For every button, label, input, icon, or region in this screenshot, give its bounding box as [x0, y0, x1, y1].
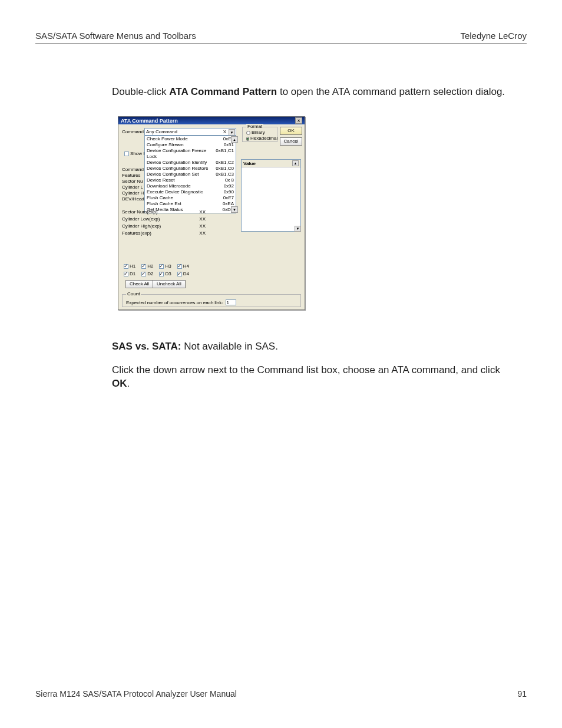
dialog-title: ATA Command Pattern	[121, 118, 178, 124]
dropdown-item[interactable]: Device Configuration Set0xB1,C3	[145, 172, 236, 177]
chk-h1[interactable]: H1	[124, 263, 135, 269]
dropdown-item[interactable]: Device Configuration Freeze Lock0xB1,C1	[145, 148, 236, 160]
page-footer: Sierra M124 SAS/SATA Protocol Analyzer U…	[35, 689, 527, 699]
value-panel: Value ▲ ▼	[241, 159, 301, 232]
check-all-button[interactable]: Check All	[125, 280, 153, 288]
scroll-up-icon[interactable]: ▲	[292, 160, 299, 166]
cancel-button[interactable]: Cancel	[280, 137, 302, 146]
count-fieldset: Count Expected number of occurrences on …	[122, 294, 301, 307]
dialog-titlebar[interactable]: ATA Command Pattern ×	[118, 117, 305, 124]
value-header: Value	[243, 161, 256, 166]
command-combobox[interactable]: Any Command X ▼	[144, 128, 236, 136]
chk-d4[interactable]: D4	[177, 271, 189, 276]
chk-h2[interactable]: H2	[141, 263, 153, 269]
dropdown-item[interactable]: Download Microcode0x92	[145, 183, 236, 189]
page-header: SAS/SATA Software Menus and Toolbars Tel…	[35, 31, 527, 44]
exp-fields: Sector Num(exp)XX Cylinder Low(exp)XX Cy…	[122, 209, 206, 237]
header-right: Teledyne LeCroy	[460, 31, 527, 41]
header-left: SAS/SATA Software Menus and Toolbars	[35, 31, 196, 41]
chk-h4[interactable]: H4	[177, 263, 189, 269]
channel-checkboxes: H1 H2 H3 H4 D1 D2 D3 D4	[124, 263, 189, 276]
command-label: Command:	[122, 129, 145, 134]
instruction-line: Click the down arrow next to the Command…	[112, 364, 505, 391]
dropdown-item[interactable]: Flush Cache Ext0xEA	[145, 201, 236, 207]
dropdown-item[interactable]: Device Configuration Restore0xB1,C0	[145, 166, 236, 172]
count-label: Expected number of occurrences on each l…	[126, 300, 223, 305]
dropdown-item[interactable]: Execute Device Diagnostic0x90	[145, 189, 236, 195]
chk-d2[interactable]: D2	[141, 271, 153, 276]
radio-hex[interactable]: Hexadecimal	[246, 136, 273, 141]
combobox-value: Any Command	[146, 129, 177, 134]
scroll-up-icon[interactable]: ▲	[231, 136, 238, 143]
close-icon[interactable]: ×	[295, 117, 302, 124]
intro-sentence: Double-click ATA Command Pattern to open…	[112, 85, 505, 99]
scroll-down-icon[interactable]: ▼	[295, 226, 301, 232]
uncheck-all-button[interactable]: Uncheck All	[153, 280, 186, 288]
dropdown-item[interactable]: Check Power Mode0xE5	[145, 136, 236, 142]
chk-h3[interactable]: H3	[159, 263, 171, 269]
dropdown-item[interactable]: Device Reset0x 8	[145, 177, 236, 183]
format-fieldset: Format Binary Hexadecimal	[242, 127, 277, 142]
footer-left: Sierra M124 SAS/SATA Protocol Analyzer U…	[35, 689, 237, 699]
dropdown-item[interactable]: Device Configuration Identify0xB1,C2	[145, 160, 236, 166]
scroll-down-icon[interactable]: ▼	[231, 206, 238, 213]
count-input[interactable]	[226, 299, 236, 305]
ata-command-pattern-dialog: ATA Command Pattern × Command: Any Comma…	[118, 116, 305, 310]
show-reserved-checkbox[interactable]: Show R	[124, 151, 147, 156]
dropdown-item[interactable]: Configure Stream0x51	[145, 142, 236, 148]
dropdown-item[interactable]: Flush Cache0xE7	[145, 195, 236, 201]
chk-d1[interactable]: D1	[124, 271, 135, 276]
footer-right: 91	[517, 689, 527, 699]
radio-binary[interactable]: Binary	[246, 130, 273, 136]
sas-vs-sata-line: SAS vs. SATA: Not available in SAS.	[112, 340, 505, 354]
chevron-down-icon[interactable]: ▼	[229, 129, 235, 136]
command-dropdown-list[interactable]: ▲ ▼ Check Power Mode0xE5Configure Stream…	[144, 136, 236, 213]
chk-d3[interactable]: D3	[159, 271, 171, 276]
ok-button[interactable]: OK	[280, 127, 302, 135]
